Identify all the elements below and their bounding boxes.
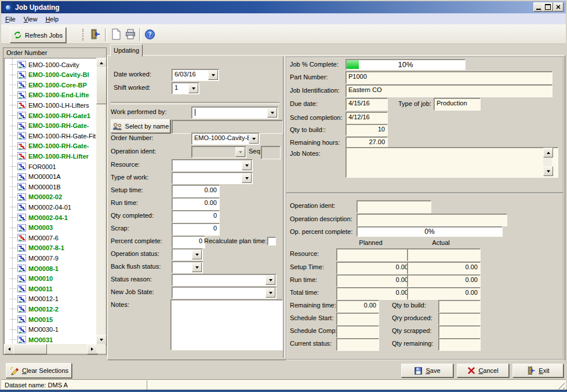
op-setup-time-planned[interactable]: 0.00 bbox=[336, 262, 411, 274]
op-resource-actual[interactable] bbox=[407, 248, 481, 261]
op-qty-to-build-field[interactable] bbox=[438, 300, 481, 313]
tree-item[interactable]: EMO-1000-Core-BP bbox=[5, 80, 96, 90]
dropdown-button[interactable] bbox=[266, 275, 275, 285]
qty-to-build-field[interactable]: 10 bbox=[346, 124, 388, 136]
order-number-combo[interactable]: EMO-1000-Cavity-BP bbox=[191, 133, 260, 145]
schedule-comp-field[interactable] bbox=[336, 325, 379, 338]
exit-tool-button[interactable] bbox=[88, 27, 102, 41]
resource-combo[interactable] bbox=[172, 159, 253, 171]
type-of-job-field[interactable]: Production bbox=[434, 98, 481, 111]
tree-item[interactable]: EMO-1000-Cavity bbox=[5, 60, 96, 69]
tree-item[interactable]: MO0002-04-1 bbox=[5, 213, 96, 222]
tree-item[interactable]: MO0031 bbox=[5, 335, 96, 345]
tree-item[interactable]: EMO-1000-RH-Gate-Fit bbox=[5, 131, 96, 141]
tree-item[interactable]: MO0007-8-1 bbox=[5, 243, 96, 253]
op-ident-field[interactable] bbox=[357, 200, 431, 213]
tree-item[interactable]: EMO-1000-RH-Lifter bbox=[5, 151, 96, 161]
new-document-button[interactable] bbox=[109, 27, 123, 41]
help-button[interactable]: ? bbox=[143, 27, 157, 41]
remaining-time-field[interactable]: 0.00 bbox=[336, 300, 379, 313]
qty-scrapped-field[interactable] bbox=[438, 325, 481, 338]
dropdown-button[interactable] bbox=[242, 173, 252, 183]
select-by-name-button[interactable]: Select by name bbox=[111, 119, 170, 133]
cancel-button[interactable]: Cancel bbox=[457, 364, 509, 378]
refresh-jobs-button[interactable]: Refresh Jobs bbox=[10, 27, 66, 43]
dropdown-button[interactable] bbox=[188, 83, 198, 93]
tree-item[interactable]: EMO-1000-RH-Gate- bbox=[5, 121, 96, 131]
menu-view[interactable]: View bbox=[20, 14, 42, 24]
tree-item[interactable]: MO0008-1 bbox=[5, 263, 96, 273]
tab-updating[interactable]: Updating bbox=[110, 44, 143, 57]
menu-help[interactable]: Help bbox=[41, 14, 63, 24]
recalculate-plan-time-checkbox[interactable] bbox=[267, 237, 276, 246]
job-notes-scroll-down[interactable] bbox=[543, 166, 553, 176]
clear-selections-button[interactable]: Clear Selections bbox=[6, 363, 72, 378]
op-total-time-actual[interactable]: 0.00 bbox=[407, 287, 481, 300]
tree-item[interactable]: MO0011 bbox=[5, 284, 96, 294]
dropdown-button[interactable] bbox=[266, 288, 275, 298]
status-reason-combo[interactable] bbox=[172, 274, 277, 286]
tree-item[interactable]: MO0007-6 bbox=[5, 233, 96, 243]
tree-hscroll-thumb[interactable] bbox=[13, 344, 47, 354]
qry-produced-field[interactable] bbox=[438, 313, 481, 325]
tree-item[interactable]: EMO-1000-End-Lifte bbox=[5, 90, 96, 100]
dropdown-button[interactable] bbox=[267, 108, 277, 118]
tree-item[interactable]: EMO-1000-RH-Gate- bbox=[5, 141, 96, 151]
tree-item[interactable]: MO0015 bbox=[5, 314, 96, 324]
print-button[interactable] bbox=[123, 27, 137, 41]
tree-item[interactable]: EMO-1000-RH-Gate1 bbox=[5, 111, 96, 120]
tree-item[interactable]: MO0007-9 bbox=[5, 253, 96, 263]
tree-item[interactable]: MO00001B bbox=[5, 182, 96, 192]
op-description-field[interactable] bbox=[357, 214, 507, 226]
dropdown-button[interactable] bbox=[192, 250, 202, 259]
dropdown-button[interactable] bbox=[242, 160, 252, 170]
percent-complete-input[interactable]: 0 bbox=[172, 236, 205, 248]
dropdown-button[interactable] bbox=[192, 262, 202, 272]
close-button[interactable] bbox=[553, 2, 564, 12]
date-worked-combo[interactable]: 6/03/16 bbox=[172, 69, 219, 81]
scrap-input[interactable]: 0 bbox=[172, 223, 220, 236]
op-setup-time-actual[interactable]: 0.00 bbox=[407, 262, 481, 274]
tree-item[interactable]: MO0012-1 bbox=[5, 294, 96, 304]
menu-file[interactable]: File bbox=[1, 14, 20, 24]
tree-item[interactable]: EMO-1000-LH-Lifters bbox=[5, 100, 96, 110]
dropdown-button[interactable] bbox=[208, 70, 218, 80]
part-number-field[interactable]: P1000 bbox=[346, 71, 553, 84]
tree-item[interactable]: MO00001A bbox=[5, 172, 96, 182]
operation-status-combo[interactable] bbox=[172, 248, 203, 261]
new-job-state-combo[interactable] bbox=[172, 287, 277, 299]
sched-completion-field[interactable]: 4/12/16 bbox=[346, 112, 388, 124]
save-button[interactable]: Save bbox=[401, 364, 453, 378]
tree-vscroll-thumb[interactable] bbox=[96, 67, 107, 104]
due-date-field[interactable]: 4/15/16 bbox=[346, 98, 388, 111]
tree-item[interactable]: MO0030-1 bbox=[5, 325, 96, 335]
job-notes-scroll-up[interactable] bbox=[543, 148, 553, 157]
resize-grip[interactable] bbox=[557, 382, 565, 389]
job-notes-textarea[interactable] bbox=[346, 147, 558, 178]
shift-worked-combo[interactable]: 1 bbox=[172, 82, 199, 94]
qty-completed-input[interactable]: 0 bbox=[172, 210, 220, 223]
tree-item[interactable]: FOR0001 bbox=[5, 162, 96, 171]
schedule-start-field[interactable] bbox=[336, 313, 379, 325]
op-resource-planned[interactable] bbox=[336, 248, 411, 261]
current-status-field[interactable] bbox=[336, 338, 379, 351]
type-of-work-combo[interactable] bbox=[172, 172, 253, 184]
tree-item[interactable]: MO0010 bbox=[5, 274, 96, 284]
tree-item[interactable]: EMO-1000-Cavity-Bl bbox=[5, 70, 96, 80]
tree-item[interactable]: MO0002-04-01 bbox=[5, 202, 96, 212]
toolbar-grip[interactable] bbox=[82, 29, 85, 41]
maximize-button[interactable] bbox=[543, 2, 553, 12]
notes-textarea[interactable] bbox=[170, 299, 283, 350]
run-time-input[interactable]: 0.00 bbox=[172, 197, 220, 210]
work-performed-by-combo[interactable] bbox=[191, 107, 278, 119]
exit-button[interactable]: Exit bbox=[513, 364, 564, 378]
tree-item[interactable]: MO0002-02 bbox=[5, 192, 96, 202]
op-run-time-planned[interactable]: 0.00 bbox=[336, 274, 411, 287]
qty-remaining-field[interactable] bbox=[438, 338, 481, 351]
back-flush-status-combo[interactable] bbox=[172, 261, 203, 273]
tree-item[interactable]: MO0012-2 bbox=[5, 304, 96, 314]
op-total-time-planned[interactable]: 0.00 bbox=[336, 287, 411, 300]
tree-item[interactable]: MO0003 bbox=[5, 223, 96, 233]
op-run-time-actual[interactable]: 0.00 bbox=[407, 274, 481, 287]
job-identification-field[interactable]: Eastern CO bbox=[346, 85, 553, 97]
